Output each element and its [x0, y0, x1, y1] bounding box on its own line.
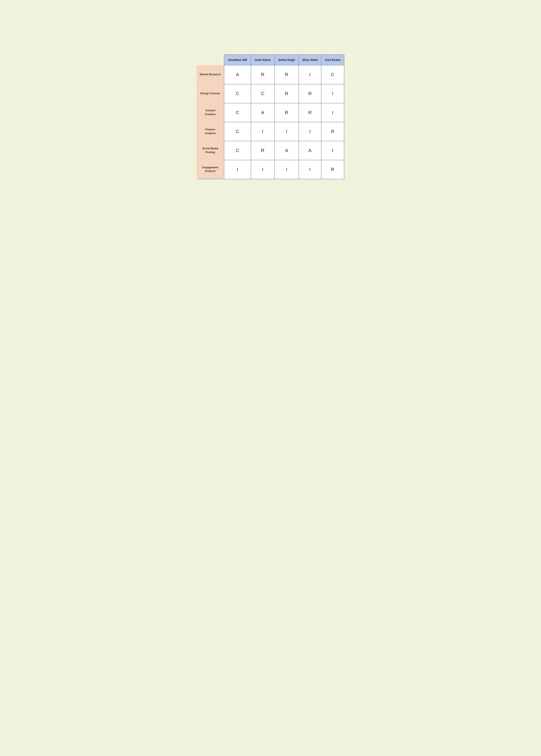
cell-4-0: C: [224, 141, 251, 160]
cell-5-4: R: [321, 160, 344, 179]
cell-4-4: I: [321, 141, 344, 160]
cell-3-1: I: [251, 122, 274, 141]
header-col-3: Elise Saint: [299, 55, 321, 65]
row-label-2: Content Creation: [197, 103, 224, 122]
cell-0-0: A: [224, 65, 251, 84]
cell-3-4: R: [321, 122, 344, 141]
header-col-2: Sohia Hugh: [274, 55, 299, 65]
row-label-5: Engagement Analysis: [197, 160, 224, 179]
table-row: Finance AnalysisCIIIR: [197, 122, 344, 141]
cell-5-1: I: [251, 160, 274, 179]
table-row: Engagement AnalysisIIIIR: [197, 160, 344, 179]
row-label-1: Design Scheme: [197, 84, 224, 103]
table-header-row: Jonathan HillJosh KlossSohia HughElise S…: [197, 55, 344, 65]
header-col-1: Josh Kloss: [251, 55, 274, 65]
cell-1-4: I: [321, 84, 344, 103]
cell-1-0: C: [224, 84, 251, 103]
page-container: Jonathan HillJosh KlossSohia HughElise S…: [197, 13, 344, 179]
cell-0-3: I: [299, 65, 321, 84]
cell-3-2: I: [274, 122, 299, 141]
cell-5-2: I: [274, 160, 299, 179]
header-col-0: Jonathan Hill: [224, 55, 251, 65]
cell-2-1: A: [251, 103, 274, 122]
cell-1-2: R: [274, 84, 299, 103]
cell-4-2: A: [274, 141, 299, 160]
cell-4-1: R: [251, 141, 274, 160]
row-label-3: Finance Analysis: [197, 122, 224, 141]
row-label-0: Market Research: [197, 65, 224, 84]
cell-5-0: I: [224, 160, 251, 179]
header-empty: [197, 55, 224, 65]
cell-4-3: A: [299, 141, 321, 160]
table-row: Market ResearchARRIC: [197, 65, 344, 84]
cell-2-2: R: [274, 103, 299, 122]
cell-1-3: R: [299, 84, 321, 103]
table-row: Design SchemeCCRRI: [197, 84, 344, 103]
cell-1-1: C: [251, 84, 274, 103]
cell-0-1: R: [251, 65, 274, 84]
cell-2-0: C: [224, 103, 251, 122]
row-label-4: Social Media Posting: [197, 141, 224, 160]
cell-0-2: R: [274, 65, 299, 84]
table-row: Social Media PostingCRAAI: [197, 141, 344, 160]
raci-table-wrapper: Jonathan HillJosh KlossSohia HughElise S…: [197, 54, 344, 179]
cell-5-3: I: [299, 160, 321, 179]
table-row: Content CreationCARRI: [197, 103, 344, 122]
cell-2-3: R: [299, 103, 321, 122]
cell-3-3: I: [299, 122, 321, 141]
raci-table: Jonathan HillJosh KlossSohia HughElise S…: [197, 54, 344, 179]
cell-2-4: I: [321, 103, 344, 122]
header-col-4: Carl Evans: [321, 55, 344, 65]
cell-0-4: C: [321, 65, 344, 84]
cell-3-0: C: [224, 122, 251, 141]
